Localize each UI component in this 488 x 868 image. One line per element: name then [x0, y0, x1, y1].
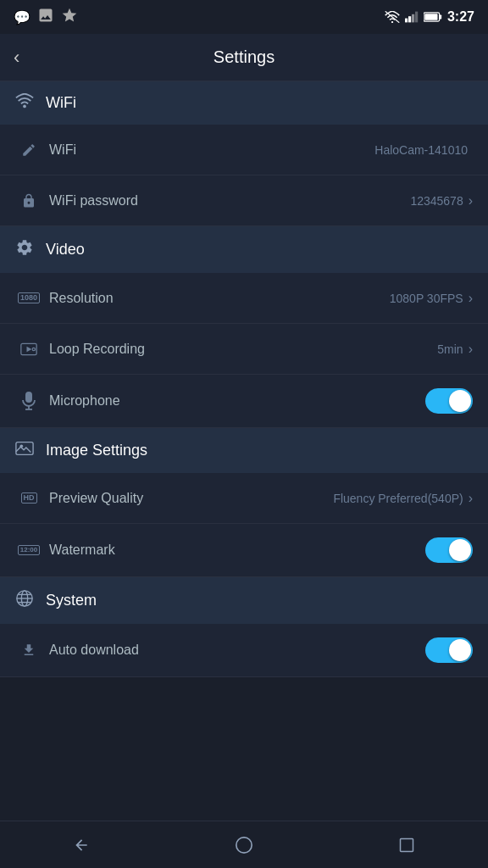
svg-point-9 [23, 105, 26, 108]
svg-rect-2 [405, 19, 408, 23]
svg-rect-4 [412, 14, 414, 23]
microphone-row: Microphone [0, 375, 488, 428]
microphone-toggle-knob [449, 390, 471, 412]
svg-point-0 [391, 21, 393, 23]
auto-download-toggle[interactable] [425, 637, 473, 663]
edit-icon [15, 142, 42, 158]
wifi-section-label: WiFi [46, 94, 76, 112]
loop-recording-label: Loop Recording [49, 342, 437, 357]
status-bar: 💬 3:27 [0, 0, 488, 34]
home-nav-button[interactable] [219, 828, 269, 862]
globe-icon [15, 589, 34, 612]
svg-point-17 [20, 444, 24, 448]
status-bar-right: 3:27 [385, 9, 474, 25]
image-settings-icon [15, 440, 34, 461]
image-status-icon [37, 7, 54, 27]
watermark-row: 12:00 Watermark [0, 524, 488, 577]
settings-content: WiFi WiFi HaloCam-141010 WiFi password 1… [0, 81, 488, 821]
signal-icon [405, 11, 419, 23]
preview-quality-row[interactable]: HD Preview Quality Fluency Preferred(540… [0, 473, 488, 524]
auto-download-row: Auto download [0, 624, 488, 677]
resolution-row[interactable]: 1080 Resolution 1080P 30FPS › [0, 273, 488, 324]
auto-download-toggle-knob [449, 639, 471, 661]
video-section-label: Video [46, 241, 85, 259]
resolution-chevron: › [469, 291, 473, 306]
wifi-password-value: 12345678 [410, 194, 463, 208]
section-image-header: Image Settings [0, 428, 488, 473]
bottom-nav [0, 821, 488, 868]
settings-star-icon [61, 7, 78, 27]
auto-download-label: Auto download [49, 643, 425, 658]
resolution-value: 1080P 30FPS [390, 292, 463, 305]
svg-rect-8 [424, 14, 437, 20]
loop-recording-icon [15, 342, 42, 357]
wifi-icon [15, 93, 34, 113]
svg-rect-7 [440, 14, 442, 19]
svg-rect-24 [401, 838, 413, 851]
notification-icon: 💬 [14, 9, 30, 25]
section-video-header: Video [0, 226, 488, 273]
svg-marker-11 [27, 346, 32, 352]
svg-rect-5 [415, 12, 418, 23]
top-nav: ‹ Settings [0, 34, 488, 81]
resolution-icon: 1080 [15, 292, 42, 303]
status-time: 3:27 [447, 9, 474, 25]
system-section-label: System [46, 592, 97, 609]
wifi-name-row[interactable]: WiFi HaloCam-141010 [0, 125, 488, 175]
battery-icon [424, 11, 442, 23]
loop-recording-chevron: › [469, 342, 473, 357]
resolution-label: Resolution [49, 291, 390, 306]
wifi-password-label: WiFi password [49, 193, 410, 209]
gear-icon [15, 238, 34, 261]
svg-point-23 [236, 837, 252, 852]
section-wifi-header: WiFi [0, 81, 488, 125]
page-title: Settings [214, 47, 274, 67]
hd-icon: HD [15, 492, 42, 504]
wifi-password-row[interactable]: WiFi password 12345678 › [0, 175, 488, 226]
recents-nav-button[interactable] [381, 828, 432, 862]
loop-recording-row[interactable]: Loop Recording 5min › [0, 324, 488, 375]
lock-icon [15, 193, 42, 209]
image-section-label: Image Settings [46, 442, 147, 459]
preview-quality-chevron: › [469, 491, 473, 506]
download-icon [15, 642, 42, 659]
svg-rect-13 [25, 392, 32, 403]
microphone-icon [15, 392, 42, 410]
watermark-toggle-knob [449, 539, 471, 561]
clock-icon: 12:00 [15, 545, 42, 555]
preview-quality-label: Preview Quality [49, 491, 333, 506]
wifi-password-chevron: › [469, 193, 473, 209]
svg-point-12 [32, 348, 35, 350]
svg-rect-3 [408, 16, 411, 22]
watermark-toggle[interactable] [425, 537, 473, 563]
microphone-toggle[interactable] [425, 388, 473, 414]
wifi-name-label: WiFi [49, 142, 374, 158]
wifi-status-icon [385, 11, 400, 23]
watermark-label: Watermark [49, 542, 425, 558]
status-bar-left: 💬 [14, 7, 78, 27]
loop-recording-value: 5min [437, 342, 463, 356]
preview-quality-value: Fluency Preferred(540P) [333, 492, 463, 505]
back-button[interactable]: ‹ [14, 47, 19, 69]
wifi-name-value: HaloCam-141010 [374, 143, 468, 157]
section-system-header: System [0, 577, 488, 624]
back-nav-button[interactable] [56, 828, 107, 862]
microphone-label: Microphone [49, 393, 425, 409]
